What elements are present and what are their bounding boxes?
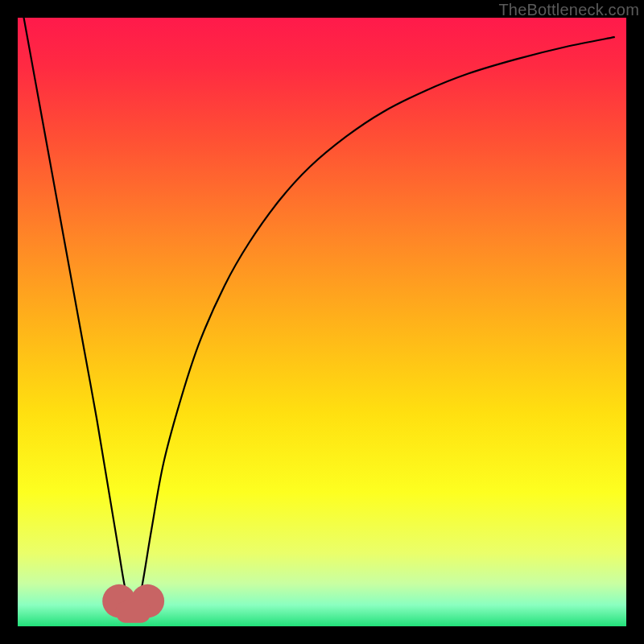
watermark-text: TheBottleneck.com	[498, 1, 639, 19]
plot-area	[18, 18, 626, 626]
chart-container: TheBottleneck.com	[0, 0, 644, 644]
svg-rect-2	[116, 601, 151, 623]
gradient-background	[18, 18, 626, 626]
chart-svg	[18, 18, 626, 626]
